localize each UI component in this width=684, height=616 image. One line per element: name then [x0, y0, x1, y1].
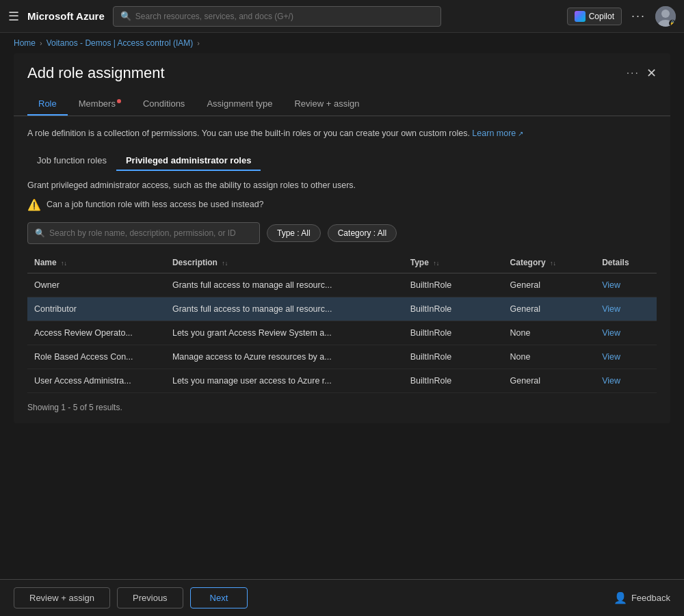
cell-details: View	[595, 321, 657, 345]
col-header-type[interactable]: Type ↑↓	[404, 252, 503, 273]
cell-type: BuiltInRole	[404, 297, 503, 321]
tab-conditions[interactable]: Conditions	[132, 93, 196, 116]
col-header-description[interactable]: Description ↑↓	[166, 252, 404, 273]
view-link[interactable]: View	[602, 280, 620, 290]
cell-description: Grants full access to manage all resourc…	[166, 273, 404, 297]
avatar[interactable]: 🔒	[655, 6, 676, 27]
subtab-privileged-admin[interactable]: Privileged administrator roles	[116, 151, 261, 171]
learn-more-link[interactable]: Learn more	[472, 129, 523, 138]
cell-category: General	[503, 297, 596, 321]
cat-sort-icon: ↑↓	[550, 260, 556, 267]
hamburger-icon[interactable]: ☰	[8, 9, 19, 24]
cell-description: Manage access to Azure resources by a...	[166, 345, 404, 369]
grant-text: Grant privileged administrator access, s…	[27, 180, 657, 190]
cell-description: Lets you manage user access to Azure r..…	[166, 369, 404, 392]
topbar: ☰ Microsoft Azure 🔍 Copilot ··· 🔒	[0, 0, 684, 33]
warning-text: Can a job function role with less access…	[47, 200, 264, 209]
view-link[interactable]: View	[602, 352, 620, 362]
cell-name: Owner	[27, 273, 166, 297]
roles-table: Name ↑↓ Description ↑↓ Type ↑↓ Category …	[27, 252, 657, 393]
table-header-row: Name ↑↓ Description ↑↓ Type ↑↓ Category …	[27, 252, 657, 273]
col-header-details: Details	[595, 252, 657, 273]
review-assign-button[interactable]: Review + assign	[14, 587, 110, 608]
table-row[interactable]: User Access Administra... Lets you manag…	[27, 369, 657, 392]
info-text: A role definition is a collection of per…	[27, 127, 657, 140]
cell-name: Access Review Operato...	[27, 321, 166, 345]
close-button[interactable]: ✕	[646, 67, 657, 79]
panel-header-actions: ··· ✕	[627, 67, 657, 79]
feedback-button[interactable]: 👤 Feedback	[614, 591, 670, 604]
desc-sort-icon: ↑↓	[222, 260, 228, 267]
table-row[interactable]: Access Review Operato... Lets you grant …	[27, 321, 657, 345]
cell-type: BuiltInRole	[404, 273, 503, 297]
view-link[interactable]: View	[602, 328, 620, 338]
type-filter-button[interactable]: Type : All	[267, 224, 321, 242]
global-search[interactable]: 🔍	[113, 6, 441, 27]
col-header-name[interactable]: Name ↑↓	[27, 252, 166, 273]
table-row[interactable]: Contributor Grants full access to manage…	[27, 297, 657, 321]
breadcrumb: Home › Voitanos - Demos | Access control…	[0, 33, 684, 53]
search-icon: 🔍	[35, 228, 45, 238]
cell-name: User Access Administra...	[27, 369, 166, 392]
showing-text: Showing 1 - 5 of 5 results.	[27, 403, 657, 412]
cell-description: Lets you grant Access Review System a...	[166, 321, 404, 345]
view-link[interactable]: View	[602, 304, 620, 314]
cell-category: None	[503, 345, 596, 369]
table-row[interactable]: Owner Grants full access to manage all r…	[27, 273, 657, 297]
table-body: Owner Grants full access to manage all r…	[27, 273, 657, 392]
feedback-icon: 👤	[614, 591, 627, 604]
role-search-box[interactable]: 🔍	[27, 222, 260, 244]
table-row[interactable]: Role Based Access Con... Manage access t…	[27, 345, 657, 369]
cell-type: BuiltInRole	[404, 345, 503, 369]
cell-name: Contributor	[27, 297, 166, 321]
svg-point-1	[661, 10, 670, 18]
app-title: Microsoft Azure	[27, 10, 105, 22]
tab-members[interactable]: Members	[68, 93, 132, 116]
cell-name: Role Based Access Con...	[27, 345, 166, 369]
breadcrumb-sep-2: ›	[197, 39, 200, 47]
cell-description: Grants full access to manage all resourc…	[166, 297, 404, 321]
panel-title: Add role assignment	[27, 64, 165, 82]
topbar-right: Copilot ··· 🔒	[567, 6, 676, 27]
cell-category: None	[503, 321, 596, 345]
add-role-assignment-panel: Add role assignment ··· ✕ Role Members C…	[14, 53, 670, 423]
panel-header: Add role assignment ··· ✕	[14, 53, 670, 82]
feedback-label: Feedback	[631, 593, 670, 603]
cell-details: View	[595, 297, 657, 321]
topbar-more-icon[interactable]: ···	[631, 9, 646, 23]
copilot-icon	[575, 11, 586, 22]
next-button[interactable]: Next	[190, 587, 248, 608]
category-filter-button[interactable]: Category : All	[328, 224, 397, 242]
cell-category: General	[503, 369, 596, 392]
col-header-category[interactable]: Category ↑↓	[503, 252, 596, 273]
tab-role[interactable]: Role	[27, 93, 68, 116]
panel-more-icon[interactable]: ···	[627, 67, 640, 79]
tab-bar: Role Members Conditions Assignment type …	[14, 93, 670, 116]
cell-type: BuiltInRole	[404, 321, 503, 345]
members-dot	[117, 99, 121, 103]
cell-type: BuiltInRole	[404, 369, 503, 392]
copilot-label: Copilot	[589, 12, 614, 21]
type-sort-icon: ↑↓	[433, 260, 439, 267]
breadcrumb-home[interactable]: Home	[14, 38, 36, 48]
warning-icon: ⚠️	[27, 198, 41, 211]
subtab-bar: Job function roles Privileged administra…	[27, 151, 657, 171]
previous-button[interactable]: Previous	[117, 587, 183, 608]
breadcrumb-sep-1: ›	[40, 39, 42, 47]
copilot-button[interactable]: Copilot	[567, 8, 622, 25]
search-input[interactable]	[135, 12, 434, 21]
view-link[interactable]: View	[602, 376, 620, 386]
subtab-job-function[interactable]: Job function roles	[27, 151, 116, 171]
tab-assignment-type[interactable]: Assignment type	[196, 93, 283, 116]
tab-review-assign[interactable]: Review + assign	[283, 93, 370, 116]
search-icon: 🔍	[120, 11, 131, 21]
cell-details: View	[595, 345, 657, 369]
cell-details: View	[595, 273, 657, 297]
breadcrumb-demo[interactable]: Voitanos - Demos | Access control (IAM)	[47, 38, 194, 48]
role-search-input[interactable]	[49, 228, 252, 238]
name-sort-icon: ↑↓	[61, 260, 67, 267]
cell-category: General	[503, 273, 596, 297]
panel-content: A role definition is a collection of per…	[14, 116, 670, 423]
cell-details: View	[595, 369, 657, 392]
warning-box: ⚠️ Can a job function role with less acc…	[27, 198, 657, 211]
